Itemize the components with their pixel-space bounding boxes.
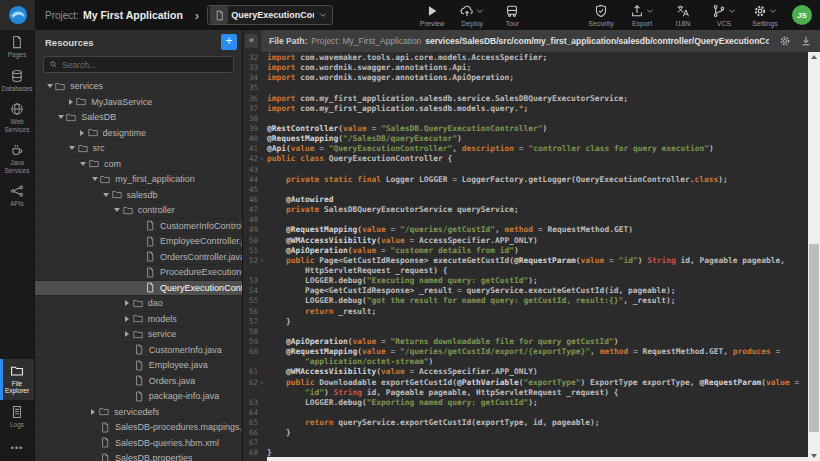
code-line-41[interactable]: 41@Api(value = "QueryExecutionController… bbox=[243, 144, 808, 154]
export-button[interactable]: Export bbox=[629, 4, 655, 27]
fold-marker[interactable]: - bbox=[258, 256, 266, 266]
code-line-59[interactable]: 59 @ApiOperation(value = "Returns downlo… bbox=[243, 337, 808, 347]
code-line-63[interactable]: 63 LOGGER.debug("Exporting named query: … bbox=[243, 398, 808, 408]
code-line-wrap[interactable]: "application/octet-stream") bbox=[243, 357, 808, 367]
chevron-down-icon[interactable] bbox=[90, 177, 99, 181]
tree-item-employeecontroller-java[interactable]: EmployeeController.java bbox=[35, 234, 242, 250]
vertical-scrollbar-thumb[interactable] bbox=[809, 244, 819, 432]
vcs-button[interactable]: VCS bbox=[711, 4, 737, 27]
code-line-50[interactable]: 50 @WMAccessVisibility(value = AccessSpe… bbox=[243, 236, 808, 246]
code-line-32[interactable]: 32import com.wavemaker.tools.api.core.mo… bbox=[243, 53, 808, 63]
chevron-right-icon[interactable] bbox=[123, 300, 132, 306]
sidebar-item-java-services[interactable]: Java Services bbox=[0, 138, 34, 179]
code-line-58[interactable]: 58 bbox=[243, 327, 808, 337]
chevron-down-icon[interactable] bbox=[102, 193, 111, 197]
sidebar-item-databases[interactable]: Databases bbox=[0, 64, 34, 98]
add-resource-button[interactable]: + bbox=[221, 34, 237, 50]
tree-item-dao[interactable]: dao bbox=[35, 296, 242, 312]
tree-item-models[interactable]: models bbox=[35, 312, 242, 328]
code-line-49[interactable]: 49 @RequestMapping(value = "/queries/get… bbox=[243, 225, 808, 235]
tree-item-service[interactable]: service bbox=[35, 327, 242, 343]
i18n-button[interactable]: I18N bbox=[670, 4, 696, 27]
code-line-36[interactable]: 36import com.my_first_application.salesd… bbox=[243, 94, 808, 104]
download-file-icon[interactable] bbox=[800, 35, 812, 47]
chevron-down-icon[interactable] bbox=[68, 146, 77, 150]
code-line-47[interactable]: 47 private SalesDBQueryExecutorService q… bbox=[243, 205, 808, 215]
search-input[interactable] bbox=[62, 60, 228, 70]
code-line-37[interactable]: 37import com.my_first_application.salesd… bbox=[243, 104, 808, 114]
tree-item-procedureexecutioncontroller-java[interactable]: ProcedureExecutionController.java bbox=[35, 265, 242, 281]
tree-item-orders-java[interactable]: Orders.java bbox=[35, 374, 242, 390]
chevron-down-icon[interactable] bbox=[79, 162, 88, 166]
tree-item-my-first-application[interactable]: my_first_application bbox=[35, 172, 242, 188]
fold-marker[interactable]: - bbox=[258, 378, 266, 388]
code-line-35[interactable]: 35 bbox=[243, 83, 808, 93]
code-line-42[interactable]: 42-public class QueryExecutionController… bbox=[243, 154, 808, 164]
tree-item-com[interactable]: com bbox=[35, 157, 242, 173]
code-line-56[interactable]: 56 return _result; bbox=[243, 307, 808, 317]
chevron-right-icon[interactable] bbox=[78, 130, 87, 136]
open-file-dropdown[interactable]: QueryExecutionCon... bbox=[207, 5, 333, 25]
code-line-33[interactable]: 33import com.wordnik.swagger.annotations… bbox=[243, 63, 808, 73]
code-line-40[interactable]: 40@RequestMapping("/SalesDB/queryExecuto… bbox=[243, 134, 808, 144]
tree-item-customerinfo-java[interactable]: CustomerInfo.java bbox=[35, 343, 242, 359]
chevron-down-icon[interactable] bbox=[56, 115, 65, 119]
settings-button[interactable]: Settings bbox=[752, 4, 778, 27]
code-line-51[interactable]: 51 @ApiOperation(value = "customer detai… bbox=[243, 246, 808, 256]
app-logo[interactable] bbox=[0, 0, 35, 30]
code-line-67[interactable]: 67 bbox=[243, 438, 808, 448]
code-line-66[interactable]: 66 } bbox=[243, 428, 808, 438]
sidebar-item-web-services[interactable]: Web Services bbox=[0, 97, 34, 138]
user-avatar[interactable]: JS bbox=[792, 5, 812, 25]
code-line-64[interactable]: 64 bbox=[243, 408, 808, 418]
tree-item-src[interactable]: src bbox=[35, 141, 242, 157]
scroll-down-arrow-icon[interactable] bbox=[808, 451, 820, 461]
code-line-55[interactable]: 55 LOGGER.debug("got the result for name… bbox=[243, 296, 808, 306]
code-line-57[interactable]: 57 } bbox=[243, 317, 808, 327]
horizontal-scrollbar[interactable] bbox=[267, 457, 808, 461]
tree-item-salesdb-queries-hbm-xml[interactable]: SalesDB-queries.hbm.xml bbox=[35, 436, 242, 452]
code-line-45[interactable]: 45 bbox=[243, 185, 808, 195]
deploy-button[interactable]: Deploy bbox=[459, 4, 485, 27]
tree-item-package-info-java[interactable]: package-info.java bbox=[35, 389, 242, 405]
tree-item-salesdb-procedures-mappings-json[interactable]: SalesDB-procedures.mappings.json bbox=[35, 420, 242, 436]
tree-item-salesdb-properties[interactable]: SalesDB.properties bbox=[35, 451, 242, 461]
chevron-right-icon[interactable] bbox=[123, 316, 132, 322]
tour-button[interactable]: Tour bbox=[499, 4, 525, 27]
code-line-61[interactable]: 61 @WMAccessVisibility(value = AccessSpe… bbox=[243, 367, 808, 377]
vertical-scrollbar[interactable] bbox=[808, 52, 820, 461]
code-line-wrap[interactable]: HttpServletRequest _request) { bbox=[243, 266, 808, 276]
preview-button[interactable]: Preview bbox=[419, 4, 445, 27]
scroll-up-arrow-icon[interactable] bbox=[808, 52, 820, 62]
code-line-46[interactable]: 46 @Autowired bbox=[243, 195, 808, 205]
code-line-52[interactable]: 52- public Page<GetCustIdResponse> execu… bbox=[243, 256, 808, 266]
code-line-wrap[interactable]: "id") String id, Pageable pageable, Http… bbox=[243, 388, 808, 398]
chevron-right-icon[interactable] bbox=[66, 99, 75, 105]
sidebar-item-pages[interactable]: Pages bbox=[0, 30, 34, 64]
code-line-53[interactable]: 53 LOGGER.debug("Executing named query: … bbox=[243, 276, 808, 286]
sidebar-more-button[interactable]: ••• bbox=[0, 433, 34, 461]
collapse-panel-button[interactable]: « bbox=[245, 34, 258, 48]
code-line-60[interactable]: 60 @RequestMapping(value = "/queries/get… bbox=[243, 347, 808, 357]
tree-item-orderscontroller-java[interactable]: OrdersController.java bbox=[35, 250, 242, 266]
tree-item-servicedefs[interactable]: servicedefs bbox=[35, 405, 242, 421]
chevron-down-icon[interactable] bbox=[45, 84, 54, 88]
sidebar-item-apis[interactable]: APIs bbox=[0, 179, 34, 213]
code-line-62[interactable]: 62- public Downloadable exportGetCustId(… bbox=[243, 378, 808, 388]
sidebar-item-file-explorer[interactable]: File Explorer bbox=[0, 359, 34, 400]
code-line-48[interactable]: 48 bbox=[243, 215, 808, 225]
code-line-65[interactable]: 65 return queryService.exportGetCustId(e… bbox=[243, 418, 808, 428]
tree-item-salesdb[interactable]: salesdb bbox=[35, 188, 242, 204]
code-line-54[interactable]: 54 Page<GetCustIdResponse> _result = que… bbox=[243, 286, 808, 296]
tree-item-salesdb[interactable]: SalesDB bbox=[35, 110, 242, 126]
sidebar-item-logs[interactable]: Logs bbox=[0, 400, 34, 434]
code-line-38[interactable]: 38 bbox=[243, 114, 808, 124]
code-line-43[interactable]: 43 bbox=[243, 165, 808, 175]
code-line-39[interactable]: 39@RestController(value = "SalesDB.Query… bbox=[243, 124, 808, 134]
security-button[interactable]: Security bbox=[588, 4, 614, 27]
chevron-down-icon[interactable] bbox=[113, 208, 122, 212]
tree-item-myjavaservice[interactable]: MyJavaService bbox=[35, 95, 242, 111]
tree-item-queryexecutioncontroller-java[interactable]: QueryExecutionController.java bbox=[35, 281, 242, 297]
tree-item-designtime[interactable]: designtime bbox=[35, 126, 242, 142]
tree-item-services[interactable]: services bbox=[35, 79, 242, 95]
